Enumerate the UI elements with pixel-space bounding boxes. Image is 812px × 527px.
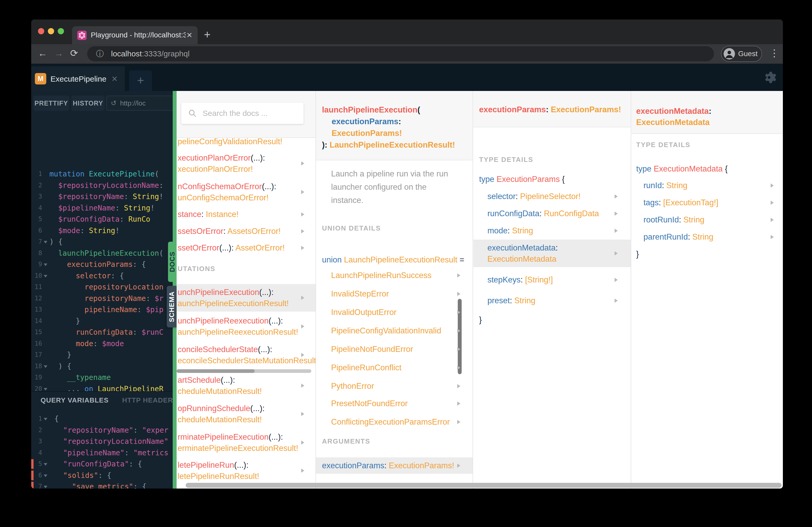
chevron-right-icon[interactable]: [457, 347, 460, 351]
tab-http-headers[interactable]: HTTP HEADERS: [122, 396, 178, 404]
fold-caret-icon[interactable]: [44, 388, 47, 391]
chevron-right-icon[interactable]: [614, 299, 618, 303]
doc-row[interactable]: mode: String: [473, 223, 631, 239]
doc-row[interactable]: concileSchedulerState(...):econcileSched…: [177, 341, 316, 369]
chevron-right-icon[interactable]: [301, 190, 304, 194]
history-button[interactable]: HISTORY: [71, 96, 104, 111]
doc-row[interactable]: PipelineNotFoundError: [316, 341, 473, 357]
code-line[interactable]: 11 repositoryLocation: [31, 282, 173, 293]
new-tab-button[interactable]: +: [204, 29, 211, 40]
code-line[interactable]: 8 launchPipelineExecution(: [31, 247, 173, 259]
tab-query-variables[interactable]: QUERY VARIABLES: [41, 396, 109, 404]
chevron-right-icon[interactable]: [457, 310, 460, 314]
code-line[interactable]: 1mutation ExecutePipeline(: [31, 168, 173, 180]
doc-row[interactable]: InvalidStepError: [316, 286, 473, 302]
chevron-right-icon[interactable]: [771, 218, 774, 222]
doc-row[interactable]: PipelineRunConflict: [316, 359, 473, 376]
chevron-right-icon[interactable]: [771, 235, 774, 239]
fold-caret-icon[interactable]: [44, 241, 47, 243]
chevron-right-icon[interactable]: [614, 278, 618, 282]
chevron-right-icon[interactable]: [457, 292, 460, 296]
code-line[interactable]: 7) {: [31, 236, 173, 247]
chevron-right-icon[interactable]: [301, 246, 304, 250]
chevron-right-icon[interactable]: [457, 273, 460, 277]
doc-row[interactable]: runConfigData: RunConfigData: [473, 205, 631, 222]
chevron-right-icon[interactable]: [457, 464, 460, 468]
doc-row[interactable]: PresetNotFoundError: [316, 395, 473, 412]
doc-row[interactable]: ssetsOrError: AssetsOrError!: [177, 223, 316, 239]
fold-caret-icon[interactable]: [44, 475, 47, 477]
chevron-right-icon[interactable]: [301, 161, 304, 166]
doc-row[interactable]: PythonError: [316, 378, 473, 394]
doc-row[interactable]: unchPipelineExecution(...):aunchPipeline…: [177, 284, 316, 312]
code-line[interactable]: 12 repositoryName: $r: [31, 293, 173, 304]
chevron-right-icon[interactable]: [614, 229, 618, 233]
doc-row[interactable]: executionMetadata:ExecutionMetadata: [473, 240, 631, 267]
code-line[interactable]: 4 "pipelineName": "metrics: [31, 447, 173, 459]
playground-tab-executepipeline[interactable]: M ExecutePipeline ✕: [31, 66, 125, 91]
chevron-right-icon[interactable]: [301, 212, 304, 216]
doc-row[interactable]: parentRunId: String: [632, 229, 783, 245]
fold-caret-icon[interactable]: [44, 418, 47, 420]
profile-button[interactable]: Guest: [721, 46, 762, 62]
zoom-window-button[interactable]: [58, 28, 64, 34]
code-line[interactable]: 19 __typename: [31, 372, 173, 383]
code-line[interactable]: 9 executionParams: {: [31, 259, 173, 270]
doc-row[interactable]: letePipelineRun(...):letePipelineRunResu…: [177, 457, 316, 484]
code-line[interactable]: 17 }: [31, 349, 173, 361]
chevron-right-icon[interactable]: [457, 420, 460, 424]
reload-icon[interactable]: ⟳: [70, 48, 78, 59]
code-line[interactable]: 7 "save metrics": {: [31, 481, 173, 488]
doc-row[interactable]: ssetOrError(...): AssetOrError!: [177, 240, 316, 256]
browser-menu-icon[interactable]: ⋮: [769, 47, 779, 59]
site-info-icon[interactable]: ⓘ: [96, 46, 104, 61]
code-line[interactable]: 18 ) {: [31, 361, 173, 372]
chevron-right-icon[interactable]: [301, 412, 304, 416]
chevron-right-icon[interactable]: [301, 353, 304, 357]
doc-row[interactable]: type ExecutionMetadata {: [632, 161, 783, 177]
doc-row[interactable]: }: [632, 246, 783, 262]
doc-row[interactable]: LaunchPipelineRunSuccess: [316, 267, 473, 284]
back-icon[interactable]: ←: [38, 48, 47, 59]
chevron-right-icon[interactable]: [771, 201, 774, 205]
code-line[interactable]: 6 $mode: String!: [31, 225, 173, 237]
code-line[interactable]: 3 "repositoryLocationName": [31, 436, 173, 447]
fold-caret-icon[interactable]: [44, 365, 47, 368]
prettify-button[interactable]: PRETTIFY: [33, 96, 69, 111]
chevron-right-icon[interactable]: [457, 402, 460, 406]
fold-caret-icon[interactable]: [44, 463, 47, 466]
doc-row[interactable]: xecutionPlanOrError(...):xecutionPlanOrE…: [177, 150, 316, 177]
endpoint-input[interactable]: ↺http://loc: [106, 96, 173, 111]
schema-side-tab[interactable]: SCHEMA: [167, 286, 177, 328]
doc-row[interactable]: pelineConfigValidationResult!: [177, 133, 316, 150]
code-line[interactable]: 2 $repositoryLocationName:: [31, 180, 173, 191]
doc-row[interactable]: selector: PipelineSelector!: [473, 188, 631, 205]
fold-caret-icon[interactable]: [44, 486, 47, 488]
code-line[interactable]: 3 $repositoryName: String!: [31, 191, 173, 202]
doc-row[interactable]: InvalidOutputError: [316, 304, 473, 320]
chevron-right-icon[interactable]: [771, 183, 774, 187]
chevron-right-icon[interactable]: [301, 383, 304, 388]
doc-row[interactable]: rminatePipelineExecution(...):erminatePi…: [177, 429, 316, 456]
chevron-right-icon[interactable]: [301, 468, 304, 473]
url-bar[interactable]: ⓘ localhost:3333/graphql: [87, 46, 714, 61]
code-line[interactable]: 5 $runConfigData: RunCo: [31, 214, 173, 225]
chevron-right-icon[interactable]: [301, 296, 304, 300]
forward-icon[interactable]: →: [54, 48, 63, 59]
new-playground-tab-button[interactable]: +: [129, 71, 152, 91]
doc-row[interactable]: union LaunchPipelineExecutionResult =: [316, 252, 473, 268]
close-playground-tab-icon[interactable]: ✕: [111, 74, 118, 84]
doc-row[interactable]: ConflictingExecutionParamsError: [316, 414, 473, 430]
settings-gear-icon[interactable]: [762, 70, 777, 85]
doc-row[interactable]: unchPipelineReexecution(...):aunchPipeli…: [177, 313, 316, 340]
docs-search[interactable]: [181, 103, 304, 124]
close-tab-icon[interactable]: ✕: [187, 31, 192, 40]
doc-row[interactable]: PipelineConfigValidationInvalid: [316, 322, 473, 339]
minimize-window-button[interactable]: [48, 28, 54, 34]
chevron-right-icon[interactable]: [301, 229, 304, 234]
code-line[interactable]: 5 "runConfigData": {: [31, 458, 173, 470]
code-line[interactable]: 14 }: [31, 315, 173, 327]
code-line[interactable]: 15 runConfigData: $runC: [31, 327, 173, 338]
doc-row[interactable]: opRunningSchedule(...):cheduleMutationRe…: [177, 400, 316, 428]
doc-row[interactable]: stance: Instance!: [177, 206, 316, 223]
